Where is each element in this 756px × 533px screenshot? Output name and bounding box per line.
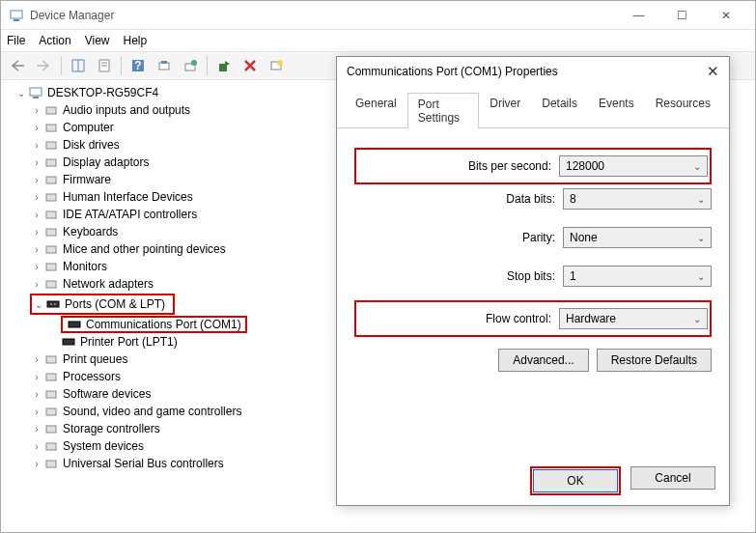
svg-rect-39 <box>46 443 56 450</box>
menu-view[interactable]: View <box>85 34 110 47</box>
refresh-button[interactable] <box>265 54 288 77</box>
tree-item-label: Display adaptors <box>63 155 149 169</box>
device-icon <box>43 209 59 220</box>
tab-events[interactable]: Events <box>588 92 645 127</box>
expand-icon[interactable]: › <box>30 459 43 469</box>
tree-item-label: Universal Serial Bus controllers <box>63 457 224 470</box>
expand-icon[interactable]: › <box>30 244 43 255</box>
databits-label: Data bits: <box>506 192 555 206</box>
tree-item-label: Monitors <box>63 260 107 273</box>
device-icon <box>43 458 59 469</box>
tree-item-label: Storage controllers <box>63 422 160 435</box>
device-icon <box>43 243 59 255</box>
svg-point-31 <box>54 303 56 305</box>
enable-button[interactable] <box>212 54 236 77</box>
expand-icon[interactable]: › <box>30 105 43 116</box>
uninstall-button[interactable] <box>238 54 262 77</box>
databits-select[interactable]: 8⌄ <box>563 188 712 210</box>
svg-point-15 <box>277 60 283 66</box>
stopbits-select[interactable]: 1⌄ <box>563 266 712 287</box>
expand-icon[interactable]: › <box>30 279 43 290</box>
tree-item-label: Human Interface Devices <box>63 190 193 204</box>
scan-button[interactable] <box>153 54 176 77</box>
expand-icon[interactable]: › <box>30 140 43 151</box>
expand-icon[interactable]: › <box>30 372 43 382</box>
tab-driver[interactable]: Driver <box>479 92 531 127</box>
help-button[interactable]: ? <box>126 54 150 77</box>
expand-icon[interactable]: › <box>30 175 43 185</box>
root-label: DESKTOP-RG59CF4 <box>47 86 158 99</box>
expand-icon[interactable]: › <box>30 389 43 400</box>
tab-general[interactable]: General <box>345 92 407 127</box>
svg-rect-25 <box>46 229 56 236</box>
ok-button[interactable]: OK <box>533 469 618 492</box>
expand-icon[interactable]: › <box>30 210 43 220</box>
tree-item-label: Firmware <box>63 173 111 186</box>
minimize-button[interactable]: — <box>617 1 660 30</box>
advanced-button[interactable]: Advanced... <box>498 349 588 372</box>
tree-item-label: Mice and other pointing devices <box>63 242 226 256</box>
port-icon <box>67 319 82 330</box>
svg-rect-28 <box>46 281 56 288</box>
tree-item-label: Computer <box>63 121 114 134</box>
expand-icon[interactable]: › <box>30 407 43 417</box>
show-hide-button[interactable] <box>67 54 90 77</box>
tree-item-label: Network adapters <box>63 277 154 291</box>
tree-item-label: Print queues <box>63 352 127 366</box>
dialog-footer: OK Cancel <box>530 466 715 495</box>
menu-help[interactable]: Help <box>124 34 148 47</box>
dialog-body: Bits per second: 128000⌄ Data bits: 8⌄ P… <box>337 128 729 381</box>
computer-icon <box>28 86 43 99</box>
dialog-close-button[interactable]: ✕ <box>707 63 719 80</box>
separator <box>61 56 62 75</box>
collapse-icon[interactable]: ⌄ <box>32 299 45 310</box>
parity-select[interactable]: None⌄ <box>563 227 712 248</box>
svg-rect-22 <box>46 177 56 183</box>
expand-icon[interactable]: › <box>30 424 43 435</box>
forward-button[interactable] <box>33 54 56 77</box>
separator <box>121 56 122 75</box>
separator <box>207 56 208 75</box>
chevron-down-icon: ⌄ <box>693 161 701 172</box>
tab-strip: General Port Settings Driver Details Eve… <box>337 86 729 128</box>
flow-select[interactable]: Hardware⌄ <box>559 308 708 329</box>
expand-icon[interactable]: › <box>30 123 43 133</box>
expand-icon[interactable]: › <box>30 227 43 238</box>
device-icon <box>43 278 59 290</box>
expand-icon[interactable]: › <box>30 192 43 203</box>
tree-item-label: Audio inputs and outputs <box>63 103 190 117</box>
expand-icon[interactable]: › <box>30 354 43 365</box>
svg-rect-0 <box>11 11 22 18</box>
properties-button[interactable] <box>93 54 116 77</box>
expand-icon[interactable]: › <box>30 441 43 452</box>
menu-file[interactable]: File <box>7 34 25 47</box>
svg-text:?: ? <box>134 59 141 72</box>
expand-icon[interactable]: › <box>30 262 43 272</box>
tree-item-label: IDE ATA/ATAPI controllers <box>63 208 197 221</box>
restore-defaults-button[interactable]: Restore Defaults <box>597 349 712 372</box>
expand-icon[interactable]: › <box>30 157 43 168</box>
tab-port-settings[interactable]: Port Settings <box>407 93 480 128</box>
svg-rect-34 <box>46 356 56 363</box>
tree-item-label: Software devices <box>63 387 151 401</box>
tab-resources[interactable]: Resources <box>645 92 721 127</box>
collapse-icon[interactable]: ⌄ <box>14 88 28 98</box>
close-button[interactable]: ✕ <box>704 1 747 30</box>
menu-action[interactable]: Action <box>39 34 70 47</box>
svg-rect-24 <box>46 211 56 218</box>
device-icon <box>43 353 59 365</box>
chevron-down-icon: ⌄ <box>697 233 705 243</box>
bits-label: Bits per second: <box>468 159 551 173</box>
bits-select[interactable]: 128000⌄ <box>559 155 708 177</box>
svg-rect-16 <box>30 88 42 96</box>
svg-rect-17 <box>33 97 39 98</box>
svg-rect-21 <box>46 159 56 166</box>
svg-rect-10 <box>161 61 167 64</box>
back-button[interactable] <box>7 54 30 77</box>
tab-details[interactable]: Details <box>531 92 588 127</box>
update-button[interactable] <box>179 54 202 77</box>
maximize-button[interactable]: ☐ <box>660 1 704 30</box>
tree-item-ports[interactable]: ⌄ Ports (COM & LPT) <box>32 295 173 313</box>
cancel-button[interactable]: Cancel <box>630 466 715 490</box>
svg-rect-33 <box>63 339 74 345</box>
